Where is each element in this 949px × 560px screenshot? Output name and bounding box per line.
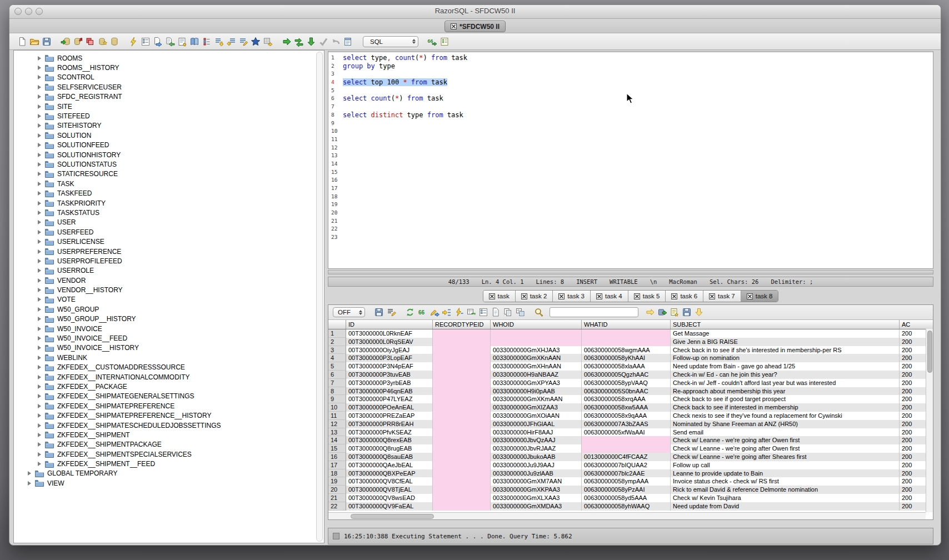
disclosure-triangle-icon[interactable] [38,259,41,263]
column-header-id[interactable]: ID [346,320,433,329]
cell-subj[interactable]: Re-approach about membership this year [671,387,900,396]
cell-subj[interactable]: Check w/ Leanne - we're going after Owen… [671,436,900,444]
tab-close-icon[interactable] [747,293,753,299]
cell-who[interactable]: 0033000000JbukoAAB [491,453,582,461]
disclosure-triangle-icon[interactable] [38,307,41,312]
save-button[interactable] [681,307,693,318]
code-line[interactable] [343,103,932,111]
disclosure-triangle-icon[interactable] [38,404,41,408]
cell-what[interactable]: 006300000058xlaAAA [582,362,671,371]
cell-rt[interactable] [433,371,491,379]
export-green-button[interactable] [656,307,668,318]
note-edit-button[interactable] [176,36,188,47]
disclosure-triangle-icon[interactable] [38,278,41,283]
disclosure-triangle-icon[interactable] [38,365,41,369]
db-add-button[interactable] [96,36,108,47]
filter-edit-button[interactable] [385,307,397,318]
cell-rt[interactable] [433,494,491,502]
cell-id[interactable]: 00T3000000Q8rugEAB [346,444,433,453]
cell-rt[interactable] [433,354,491,362]
tree-item-taskpriority[interactable]: TASKPRIORITY [14,198,324,208]
editor-code[interactable]: select type, count(*) from taskgroup by … [343,54,932,242]
code-line[interactable]: select count(*) from task [343,94,932,103]
table-row[interactable]: 1200T3000000PRR8rEAH0033000000JFhGlAAL00… [328,420,933,428]
cell-what[interactable]: 00630000005S0bnAAC [582,387,671,396]
result-tab-task-5[interactable]: task 5 [628,291,666,302]
down-orange-button[interactable] [693,307,705,318]
disclosure-triangle-icon[interactable] [38,172,41,176]
cell-subj[interactable]: Check w/ Leanne - we're going after Owen… [671,444,900,453]
cell-what[interactable]: 006300000058yd5AAA [582,494,671,502]
form-button[interactable] [139,36,152,47]
check-button[interactable] [317,36,329,47]
cell-what[interactable]: 006300000058yhWAAQ [582,502,671,511]
result-tab-task-4[interactable]: task 4 [591,291,628,302]
column-header-whoid[interactable]: WHOID [491,320,582,329]
disclosure-triangle-icon[interactable] [38,220,41,224]
result-tab-task[interactable]: task [483,291,516,302]
column-header-recordtypeid[interactable]: RECORDTYPEID [433,320,491,329]
cell-who[interactable]: 0033000000GmXOiAAN [491,412,582,420]
form-button[interactable] [477,307,490,318]
disclosure-triangle-icon[interactable] [38,375,41,379]
cell-who[interactable]: 0033000000GmXHnAAN [491,362,582,371]
tree-item-user[interactable]: USER [14,218,324,227]
tree-item-zkfedex-internationalcommodity[interactable]: ZKFEDEX__INTERNATIONALCOMMODITY [14,372,324,382]
star-button[interactable] [249,36,262,47]
code-line[interactable]: select distinct type from task [343,111,932,119]
table-row[interactable]: 1100T3000000PREZaEAP0033000000GmXOiAAN00… [328,412,933,420]
cell-subj[interactable]: Check back to see if good target prospec… [671,395,900,403]
cell-subj[interactable]: Check w/ Kevin Tsujihara [671,494,900,502]
cell-rt[interactable] [433,420,491,428]
column-header-whatid[interactable]: WHATID [582,320,671,329]
cell-who[interactable]: 0033000000H9aNBAAZ [491,371,582,379]
table-row[interactable]: 600T3000000P3tuvEAB0033000000H9aNBAAZ006… [328,371,933,379]
column-header-subject[interactable]: SUBJECT [671,320,900,329]
cell-subj[interactable]: Need update from Bain - gave go ahead 1/… [671,362,900,371]
run-arrow-button[interactable] [281,36,293,47]
cell-subj[interactable]: Check-in w/ Jeff - couldn't afford last … [671,379,900,387]
disclosure-triangle-icon[interactable] [38,394,41,398]
code-line[interactable] [343,184,932,193]
script-add-button[interactable] [668,307,681,318]
code-line[interactable]: group by type [343,62,932,71]
disclosure-triangle-icon[interactable] [38,413,41,418]
cell-who[interactable]: 0033000000Ju9J9AAJ [491,461,582,469]
run-down-button[interactable] [305,36,317,47]
cell-rt[interactable] [433,477,491,486]
cell-id[interactable]: 00T3000000L0RqSEAV [346,338,433,346]
cell-id[interactable]: 00T3000000P3LopEAF [346,354,433,362]
table-copy-button[interactable] [514,307,526,318]
disclosure-triangle-icon[interactable] [38,143,41,147]
tree-item-zkfedex-shipment-feed[interactable]: ZKFEDEX__SHIPMENT__FEED [14,459,324,468]
save-button[interactable] [373,307,385,318]
report-list-button[interactable] [438,36,451,47]
disclosure-triangle-icon[interactable] [38,346,41,350]
cell-subj[interactable]: Send email [671,428,900,437]
tab-close-icon[interactable] [709,293,715,299]
tree-item-rooms-history[interactable]: ROOMS__HISTORY [14,63,324,72]
disclosure-triangle-icon[interactable] [38,123,41,128]
disclosure-triangle-icon[interactable] [38,336,41,341]
disclosure-triangle-icon[interactable] [38,297,41,302]
tab-close-icon[interactable] [634,293,640,299]
cell-what[interactable]: 00630000007A3bZAAS [582,420,671,428]
tree-item-w50-invoice[interactable]: W50_INVOICE [14,324,324,333]
cell-id[interactable]: 00T3000000PfvKSEAZ [346,428,433,437]
tree-item-rooms[interactable]: ROOMS [14,53,324,63]
insert-row-button[interactable] [441,307,453,318]
cell-what[interactable]: 00630000007bIQUAA2 [582,461,671,469]
code-line[interactable] [343,152,932,160]
cell-id[interactable]: 00T3000000POeAnEAL [346,403,433,412]
edit-arrow-button[interactable] [428,307,441,318]
table-row[interactable]: 200T3000000L0RqSEAVGive Jenn a BIG RAISE… [328,338,933,346]
table-row[interactable]: 1600T3000000Q8sauEAB0033000000JbukoAAB00… [328,453,933,461]
disclosure-triangle-icon[interactable] [38,75,41,79]
cell-subj[interactable]: Rick to email David & reference Delmonte… [671,486,900,494]
result-tab-task-2[interactable]: task 2 [516,291,553,302]
result-tab-task-8[interactable]: task 8 [741,291,778,302]
list-colored-button[interactable] [201,36,213,47]
cell-subj[interactable]: Check w/ Leanne - we're going after Shea… [671,453,900,461]
code-line[interactable] [343,217,932,226]
disclosure-triangle-icon[interactable] [38,288,41,292]
